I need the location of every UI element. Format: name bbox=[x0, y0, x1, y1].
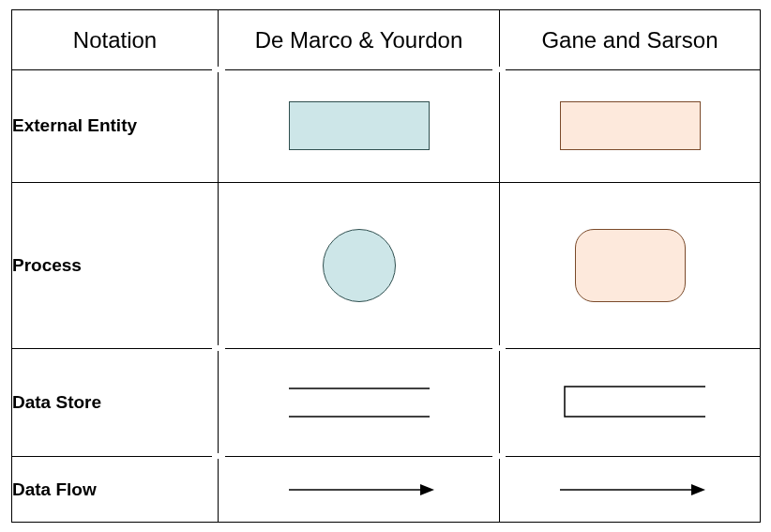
row-process: Process bbox=[12, 182, 761, 349]
symbol-open-rectangle-gs bbox=[546, 379, 715, 426]
row-label-text: External Entity bbox=[12, 115, 137, 135]
row-label-data-store: Data Store bbox=[12, 349, 219, 457]
cell-data-flow-gs bbox=[500, 457, 761, 523]
cell-data-store-yd bbox=[219, 349, 500, 457]
cell-external-entity-gs bbox=[500, 70, 761, 182]
svg-marker-5 bbox=[691, 484, 705, 495]
row-label-external-entity: External Entity bbox=[12, 70, 219, 182]
row-label-text: Process bbox=[12, 255, 82, 275]
dfd-notation-table: Notation De Marco & Yourdon Gane and Sar… bbox=[0, 0, 771, 532]
symbol-rectangle-yd bbox=[289, 101, 430, 150]
row-data-store: Data Store bbox=[12, 349, 761, 457]
symbol-rounded-rect-gs bbox=[575, 229, 686, 302]
cell-external-entity-yd bbox=[219, 70, 500, 182]
row-label-process: Process bbox=[12, 182, 219, 349]
header-notation: Notation bbox=[12, 10, 219, 70]
symbol-parallel-lines-yd bbox=[275, 379, 444, 426]
symbol-rectangle-gs bbox=[560, 101, 701, 150]
cell-process-yd bbox=[219, 182, 500, 349]
symbol-arrow-gs bbox=[546, 476, 715, 504]
cell-data-store-gs bbox=[500, 349, 761, 457]
header-gane-sarson: Gane and Sarson bbox=[500, 10, 761, 70]
row-label-text: Data Store bbox=[12, 392, 101, 412]
header-demarco-yourdon: De Marco & Yourdon bbox=[219, 10, 500, 70]
cell-data-flow-yd bbox=[219, 457, 500, 523]
header-demarco-yourdon-label: De Marco & Yourdon bbox=[255, 27, 462, 53]
row-label-text: Data Flow bbox=[12, 479, 97, 499]
notation-comparison-table: Notation De Marco & Yourdon Gane and Sar… bbox=[11, 9, 761, 523]
svg-marker-3 bbox=[420, 484, 434, 495]
row-external-entity: External Entity bbox=[12, 70, 761, 182]
row-data-flow: Data Flow bbox=[12, 457, 761, 523]
table-header-row: Notation De Marco & Yourdon Gane and Sar… bbox=[12, 10, 761, 70]
symbol-circle-yd bbox=[323, 229, 396, 302]
symbol-arrow-yd bbox=[275, 476, 444, 504]
header-gane-sarson-label: Gane and Sarson bbox=[541, 27, 718, 53]
header-notation-label: Notation bbox=[73, 27, 157, 53]
cell-process-gs bbox=[500, 182, 761, 349]
row-label-data-flow: Data Flow bbox=[12, 457, 219, 523]
